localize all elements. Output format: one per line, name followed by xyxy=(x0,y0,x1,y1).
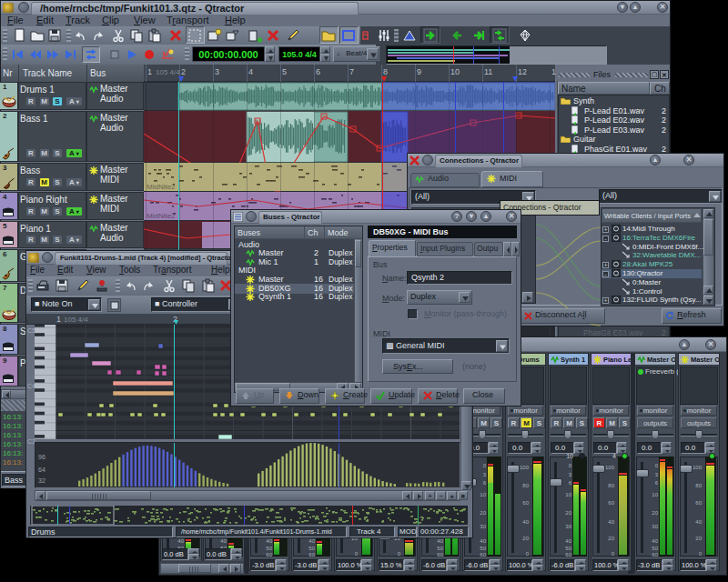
svg-text:MidNite2: MidNite2 xyxy=(147,212,176,220)
svg-text:MidNite2: MidNite2 xyxy=(147,183,176,191)
